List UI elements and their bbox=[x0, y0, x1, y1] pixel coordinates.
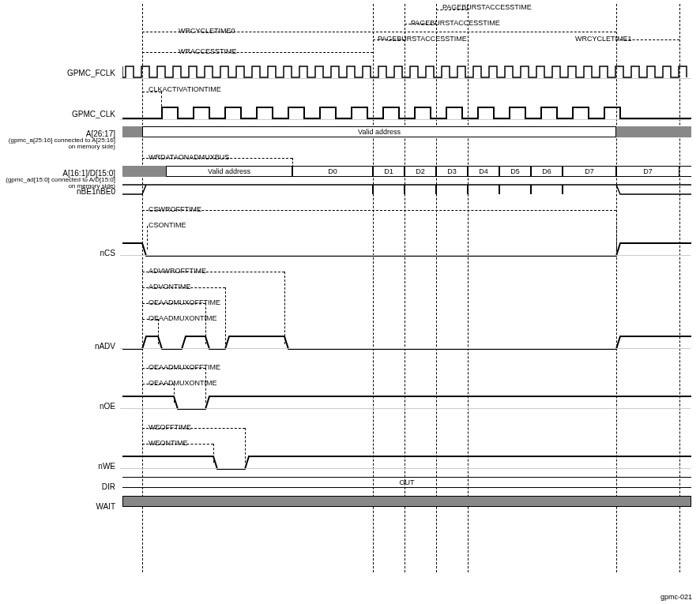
addr-lo-d4: D4 bbox=[468, 166, 499, 177]
addr-lo-d6: D6 bbox=[531, 166, 563, 177]
label-nbe: nBE1nBE0 bbox=[0, 187, 120, 196]
dir-bus: OUT bbox=[122, 477, 691, 488]
annot-wrdata: WRDATAONADMUXBUS bbox=[149, 153, 229, 161]
label-ncs: nCS bbox=[0, 249, 120, 257]
label-wait: WAIT bbox=[0, 502, 120, 511]
addr-lo-d3: D3 bbox=[436, 166, 468, 177]
addr-lo-d0: D0 bbox=[292, 166, 373, 177]
label-addr-hi-sub: (gpmc_a[25:16] connected to A[25:16] on … bbox=[0, 137, 120, 150]
annot-advon: ADVONTIME bbox=[149, 283, 191, 291]
annot-wrcycle1: WRCYCLETIME1 bbox=[575, 35, 632, 43]
annot-wraccess: WRACCESSTIME bbox=[179, 47, 237, 55]
addr-hi-bus: Valid address bbox=[142, 126, 616, 137]
label-nwe: nWE bbox=[0, 462, 120, 471]
fclk-wave bbox=[122, 65, 691, 79]
addr-lo-d7: D7 bbox=[563, 166, 616, 177]
annot-pageburst3: PAGEBURSTACCESSTIME bbox=[378, 35, 467, 43]
footer-id: gpmc-021 bbox=[660, 593, 692, 601]
addr-lo-d5: D5 bbox=[499, 166, 531, 177]
addr-hi-shade-right bbox=[616, 126, 691, 137]
label-noe: nOE bbox=[0, 402, 120, 411]
annot-weon: WEONTIME bbox=[149, 439, 188, 447]
annot-cson: CSONTIME bbox=[149, 221, 186, 229]
annot-oeon2: OEAADMUXONTIME bbox=[149, 379, 217, 387]
addr-lo-d7b: D7 bbox=[616, 166, 679, 177]
wait-shade bbox=[122, 496, 691, 507]
addr-hi-shade-left bbox=[122, 126, 142, 137]
label-dir: DIR bbox=[0, 482, 120, 491]
nbe-wave bbox=[122, 183, 691, 196]
annot-oeoff: OEAADMUXOFFTIME bbox=[149, 298, 220, 306]
annot-pageburst2: PAGEBURSTACCESSTIME bbox=[411, 19, 500, 27]
label-fclk: GPMC_FCLK bbox=[0, 69, 120, 77]
label-clk: GPMC_CLK bbox=[0, 110, 120, 118]
clk-wave bbox=[122, 106, 691, 120]
addr-lo-d1: D1 bbox=[373, 166, 405, 177]
annot-cswroff: CSWROFFTIME bbox=[149, 205, 201, 213]
annot-advwroff: ADVWROFFTIME bbox=[149, 267, 206, 275]
addr-lo-valid: Valid address bbox=[166, 166, 292, 177]
label-nadv: nADV bbox=[0, 342, 120, 351]
annot-weoff: WEOFFTIME bbox=[149, 423, 191, 431]
addr-lo-shade-left bbox=[122, 166, 166, 177]
annot-wrcycle0: WRCYCLETIME0 bbox=[179, 27, 235, 35]
annot-oeoff2: OEAADMUXOFFTIME bbox=[149, 363, 220, 371]
addr-lo-d2: D2 bbox=[405, 166, 436, 177]
